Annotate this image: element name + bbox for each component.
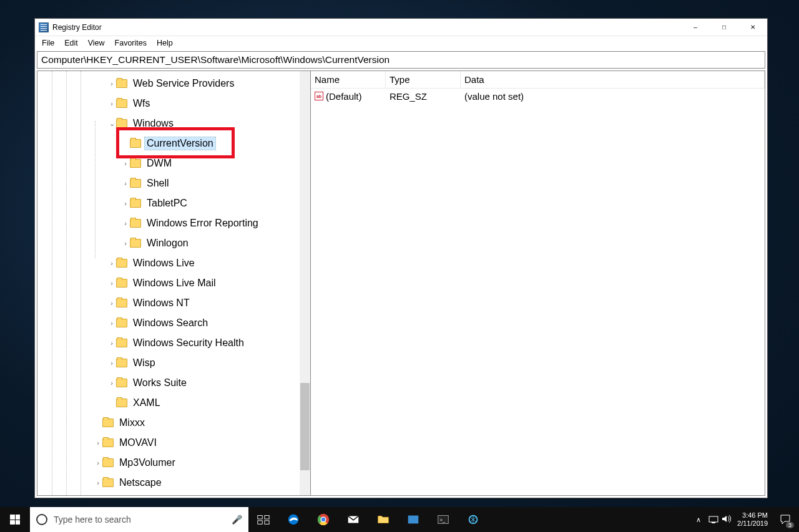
chrome-icon xyxy=(316,513,330,526)
expand-icon[interactable]: › xyxy=(107,279,116,287)
tree-item[interactable]: ›DWM xyxy=(37,153,310,173)
address-bar[interactable]: Computer\HKEY_CURRENT_USER\Software\Micr… xyxy=(37,51,765,69)
close-button[interactable]: ✕ xyxy=(738,19,767,36)
tree-scrollbar[interactable] xyxy=(300,71,310,495)
svg-rect-11 xyxy=(408,516,419,524)
menu-edit[interactable]: Edit xyxy=(60,37,82,49)
titlebar[interactable]: Registry Editor – □ ✕ xyxy=(35,19,767,36)
tray-network-icon[interactable] xyxy=(708,514,718,525)
expand-icon[interactable]: › xyxy=(94,439,102,447)
expand-icon[interactable]: › xyxy=(107,100,116,107)
task-view-button[interactable] xyxy=(248,507,278,532)
regedit-icon xyxy=(39,22,49,32)
menu-view[interactable]: View xyxy=(84,37,109,49)
taskbar-app-explorer[interactable] xyxy=(368,507,398,532)
expand-icon[interactable]: › xyxy=(94,479,102,486)
values-pane[interactable]: Name Type Data ab(Default) REG_SZ (value… xyxy=(311,71,765,495)
tree-item-label: Mixxx xyxy=(117,417,147,429)
windows-logo-icon xyxy=(10,515,20,525)
expand-icon[interactable]: › xyxy=(107,259,116,267)
clock[interactable]: 3:46 PM 2/11/2019 xyxy=(733,511,772,528)
tree-item[interactable]: ›Winlogon xyxy=(37,233,310,253)
scrollbar-thumb[interactable] xyxy=(300,383,310,470)
col-header-data[interactable]: Data xyxy=(461,71,765,88)
expand-icon[interactable]: › xyxy=(121,239,130,247)
col-header-type[interactable]: Type xyxy=(386,71,461,88)
value-data: (value not set) xyxy=(461,91,765,102)
tree-item[interactable]: ›Mp3Volumer xyxy=(37,453,310,473)
taskbar-app-edge[interactable] xyxy=(278,507,308,532)
taskbar-app-cmd[interactable]: >_ xyxy=(428,507,458,532)
menu-help[interactable]: Help xyxy=(152,37,177,49)
folder-icon xyxy=(116,379,127,387)
taskbar-app-generic2[interactable] xyxy=(458,507,488,532)
list-header[interactable]: Name Type Data xyxy=(311,71,765,89)
mic-icon[interactable]: 🎤 xyxy=(232,515,242,525)
tree-item[interactable]: ›Windows Security Health xyxy=(37,333,310,353)
search-box[interactable]: Type here to search 🎤 xyxy=(30,507,248,532)
folder-icon xyxy=(130,139,141,148)
tree-item-label: MOVAVI xyxy=(117,437,159,449)
tree-item-label: CurrentVersion xyxy=(145,137,215,150)
taskbar-app-generic1[interactable] xyxy=(398,507,428,532)
tree-item[interactable]: ⌄Windows xyxy=(37,114,310,133)
app-icon xyxy=(406,513,420,526)
col-header-name[interactable]: Name xyxy=(311,71,386,88)
tree-item[interactable]: ›Netscape xyxy=(37,473,310,493)
expand-icon[interactable]: › xyxy=(121,200,130,207)
tree-item[interactable]: Mixxx xyxy=(37,413,310,433)
tree-item[interactable]: ›Windows Live Mail xyxy=(37,273,310,293)
expand-icon[interactable]: › xyxy=(121,220,130,227)
svg-point-9 xyxy=(321,518,325,521)
tree-item-label: Wisp xyxy=(131,357,157,369)
folder-icon xyxy=(116,79,127,88)
tree-item[interactable]: ›MOVAVI xyxy=(37,433,310,453)
tree-item-label: Windows Live Mail xyxy=(131,277,217,289)
folder-icon xyxy=(116,99,127,108)
tree-item[interactable]: ›Windows Error Reporting xyxy=(37,213,310,233)
tree-item-label: Web Service Providers xyxy=(131,77,236,90)
tree-item-label: Windows xyxy=(131,117,175,130)
minimize-button[interactable]: – xyxy=(681,19,710,36)
expand-icon[interactable]: › xyxy=(107,299,116,307)
tree-item[interactable]: ›Works Suite xyxy=(37,373,310,393)
taskbar-app-chrome[interactable] xyxy=(308,507,338,532)
action-center-button[interactable]: 3 xyxy=(778,512,793,527)
expand-icon[interactable]: › xyxy=(107,339,116,347)
tree-item-label: XAML xyxy=(131,397,162,409)
expand-icon[interactable]: › xyxy=(94,459,102,467)
tree-item[interactable]: ›Wfs xyxy=(37,94,310,114)
tree-item[interactable]: ›Windows Live xyxy=(37,253,310,273)
tree-item[interactable]: ›Shell xyxy=(37,173,310,193)
start-button[interactable] xyxy=(0,507,30,532)
tree-pane[interactable]: ›Web Service Providers›Wfs⌄WindowsCurren… xyxy=(37,71,311,495)
folder-icon xyxy=(116,319,127,327)
tree-item[interactable]: ›Web Service Providers xyxy=(37,74,310,94)
folder-icon xyxy=(130,199,141,208)
expand-icon[interactable]: › xyxy=(107,319,116,327)
tree-item-label: DWM xyxy=(145,157,174,170)
tree-item[interactable]: ›Wisp xyxy=(37,353,310,373)
expand-icon[interactable]: › xyxy=(107,80,116,87)
expand-icon[interactable]: › xyxy=(121,160,130,167)
collapse-icon[interactable]: ⌄ xyxy=(107,120,116,128)
taskbar-app-mail[interactable] xyxy=(338,507,368,532)
tree-item[interactable]: CurrentVersion xyxy=(37,133,310,153)
maximize-button[interactable]: □ xyxy=(710,19,738,36)
tray-volume-icon[interactable] xyxy=(721,514,731,525)
tree-item[interactable]: XAML xyxy=(37,393,310,413)
tray-overflow-button[interactable]: ∧ xyxy=(691,516,706,524)
expand-icon[interactable]: › xyxy=(107,359,116,367)
menu-favorites[interactable]: Favorites xyxy=(110,37,151,49)
menu-file[interactable]: File xyxy=(37,37,59,49)
tree-item-label: Works Suite xyxy=(131,377,189,389)
tree-item-label: Windows Live xyxy=(131,257,197,269)
tree-item[interactable]: ›Windows Search xyxy=(37,313,310,333)
expand-icon[interactable]: › xyxy=(107,379,116,387)
tree-item[interactable]: ›TabletPC xyxy=(37,193,310,213)
list-row[interactable]: ab(Default) REG_SZ (value not set) xyxy=(311,89,765,104)
tree-item-label: Windows Error Reporting xyxy=(145,217,260,230)
tree-item[interactable]: ›Windows NT xyxy=(37,293,310,313)
expand-icon[interactable]: › xyxy=(121,180,130,187)
folder-icon xyxy=(102,438,114,447)
